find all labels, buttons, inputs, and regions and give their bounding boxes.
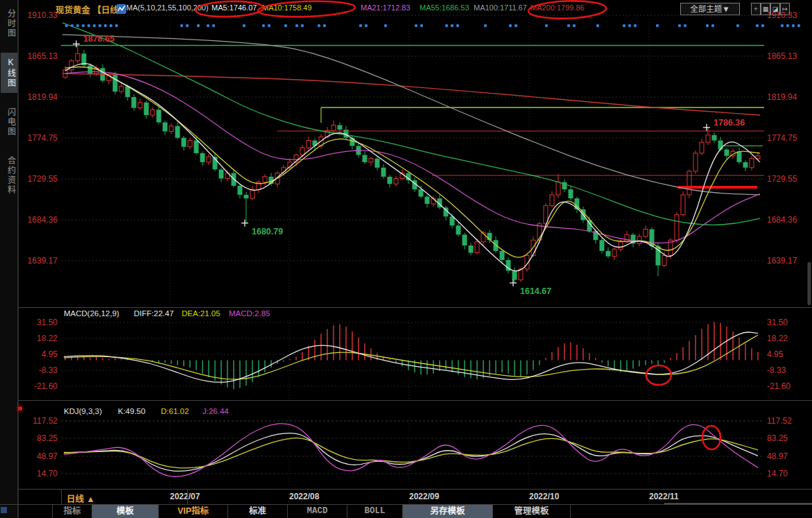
indicator-value-label: J:26.44: [202, 407, 229, 415]
axis-tick-label: 48.97: [767, 451, 788, 461]
pan-crosshair-icon[interactable]: +: [751, 3, 761, 15]
month-label: 2022/10: [529, 492, 559, 501]
axis-tick-label: 1819.94: [767, 92, 797, 102]
axis-tick-label: 1774.75: [767, 133, 797, 143]
chart-canvas[interactable]: 1878.651786.361680.791614.67: [0, 0, 812, 518]
month-label: 2022/09: [409, 492, 439, 501]
tab-模板[interactable]: 模板: [92, 505, 159, 518]
axis-tick-label: 1774.75: [28, 133, 58, 143]
axis-tick-label: -21.60: [767, 381, 791, 391]
axis-tick-label: 31.50: [37, 318, 58, 327]
svg-text:1878.65: 1878.65: [83, 34, 114, 44]
axis-tick-label: 4.95: [767, 349, 783, 359]
axis-tick-label: 1639.17: [767, 256, 797, 266]
sidebar-item-合约资料[interactable]: 合约资料: [1, 151, 17, 200]
ma-value-label: MA55:1686.53: [420, 3, 469, 12]
indicator-value-label: DEA:21.05: [182, 309, 221, 318]
axis-tick-label: 1910.33: [28, 10, 58, 20]
indicator-value-label: KDJ(9,3,3): [64, 407, 102, 415]
month-label: 2022/07: [170, 492, 200, 501]
ma-value-label: MA100:1711.67: [474, 3, 527, 12]
sidebar-item-闪电图[interactable]: 闪电图: [1, 103, 17, 141]
period-selector[interactable]: 日线 ▲: [67, 492, 95, 505]
indicator-value-label: DIFF:22.47: [134, 309, 174, 318]
svg-text:1786.36: 1786.36: [714, 118, 745, 128]
indicator-value-label: K:49.50: [118, 407, 146, 415]
sidebar-item-K线图[interactable]: K线图: [1, 53, 17, 93]
axis-tick-label: 14.70: [767, 469, 788, 478]
axis-tick-label: 1910.33: [767, 10, 797, 20]
axis-tick-label: 1865.13: [28, 51, 58, 61]
axis-tick-label: 1865.13: [767, 51, 797, 61]
sidebar-item-分时图[interactable]: 分时图: [1, 4, 17, 43]
svg-text:1680.79: 1680.79: [252, 227, 283, 236]
tab-管理模板[interactable]: 管理模板: [493, 505, 571, 518]
month-label: 2022/08: [289, 492, 319, 501]
axis-tick-label: -21.60: [34, 381, 58, 391]
indicator-value-label: MACD(26,12,9): [64, 309, 119, 318]
axis-tick-label: 117.52: [767, 416, 792, 426]
bottom-tab-bar: 指标模板VIP指标标准MACDBOLL另存模板管理模板: [52, 505, 571, 518]
kline-badge-icon: [116, 4, 126, 17]
svg-text:1614.67: 1614.67: [520, 286, 551, 296]
tab-BOLL[interactable]: BOLL: [347, 505, 403, 518]
axis-tick-label: 1684.36: [28, 215, 58, 225]
axis-tick-label: 18.22: [767, 334, 788, 343]
axis-tick-label: 83.25: [37, 433, 58, 443]
left-chart-type-sidebar: 分时图K线图闪电图合约资料: [0, 0, 18, 518]
theme-dropdown-button[interactable]: 全部主题▼: [680, 3, 740, 15]
indicator-value-label: MACD:2.85: [229, 309, 270, 318]
axis-tick-label: -8.33: [767, 365, 786, 375]
tab-另存模板[interactable]: 另存模板: [403, 505, 493, 518]
axis-tick-label: 117.52: [33, 416, 58, 426]
axis-tick-label: 1819.94: [28, 92, 58, 102]
month-label: 2022/11: [649, 492, 679, 501]
tab-VIP指标[interactable]: VIP指标: [159, 505, 228, 518]
axis-tick-label: 1729.55: [28, 174, 58, 184]
ma-value-label: MA200:1799.86: [530, 3, 585, 12]
axis-tick-label: 1684.36: [767, 215, 797, 225]
tab-标准[interactable]: 标准: [228, 505, 288, 518]
tab-MACD[interactable]: MACD: [288, 505, 347, 518]
ma-value-label: MA21:1712.83: [361, 3, 411, 12]
tab-指标[interactable]: 指标: [52, 505, 92, 518]
indicator-value-label: D:61.02: [161, 407, 189, 415]
axis-tick-label: 48.97: [37, 451, 58, 461]
axis-tick-label: 83.25: [767, 433, 788, 443]
ma-value-label: MA5:1746.07: [211, 3, 257, 12]
ma-value-label: MA10:1758.49: [262, 3, 312, 12]
axis-tick-label: 4.95: [42, 349, 58, 359]
axis-tick-label: 31.50: [767, 318, 788, 327]
axis-tick-label: 1729.55: [767, 174, 797, 184]
corner-chip: [1, 507, 7, 513]
axis-tick-label: -8.33: [39, 365, 58, 375]
axis-tick-label: 14.70: [37, 469, 58, 478]
axis-tick-label: 18.22: [37, 334, 58, 343]
axis-tick-label: 1639.17: [28, 256, 58, 266]
ma-value-label: MA(5,10,21,55,100,200): [126, 3, 209, 12]
